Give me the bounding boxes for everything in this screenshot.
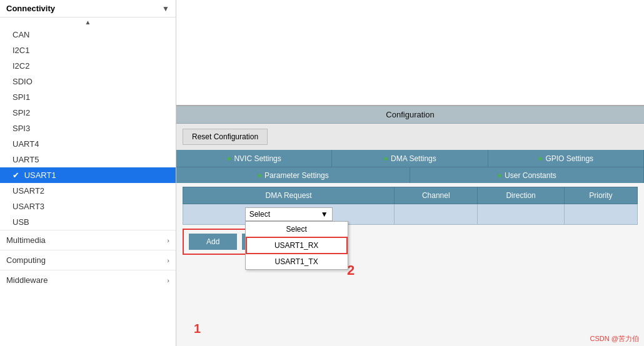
spi2-label: SPI2 xyxy=(13,108,30,117)
nvic-label: NVIC Settings xyxy=(234,154,281,163)
computing-category[interactable]: Computing › xyxy=(0,250,176,270)
user-check-icon: ● xyxy=(497,171,502,180)
main-content: Configuration Reset Configuration ● NVIC… xyxy=(176,0,644,346)
usart2-label: USART2 xyxy=(13,186,44,195)
sdio-label: SDIO xyxy=(13,77,33,86)
top-area xyxy=(176,0,644,106)
multimedia-arrow: › xyxy=(167,237,169,244)
nvic-check-icon: ● xyxy=(227,154,232,163)
sidebar-item-usart1[interactable]: ✔ USART1 xyxy=(0,167,176,183)
sidebar-item-i2c1[interactable]: I2C1 xyxy=(0,42,176,58)
tab-user-constants[interactable]: ● User Constants xyxy=(410,167,644,183)
sidebar-item-usart3[interactable]: USART3 xyxy=(0,199,176,214)
i2c1-label: I2C1 xyxy=(13,46,29,55)
connectivity-chevron: ▼ xyxy=(162,4,169,13)
sidebar-item-spi1[interactable]: SPI1 xyxy=(0,89,176,105)
uart4-label: UART4 xyxy=(13,139,39,149)
sidebar-item-uart5[interactable]: UART5 xyxy=(0,152,176,167)
priority-cell xyxy=(564,204,637,225)
select-dropdown[interactable]: Select ▼ xyxy=(245,207,333,221)
tab-gpio-settings[interactable]: ● GPIO Settings xyxy=(488,150,644,167)
select-value: Select xyxy=(249,210,270,219)
dropdown-item-usart1rx[interactable]: USART1_RX xyxy=(246,237,348,254)
sidebar-item-uart4[interactable]: UART4 xyxy=(0,136,176,152)
scroll-up-indicator: ▲ xyxy=(0,17,176,27)
watermark: CSDN @苦力伯 xyxy=(590,334,639,344)
table-row-1: Select ▼ Select USART1_RX USART1_TX xyxy=(183,204,638,225)
dropdown-item-select[interactable]: Select xyxy=(246,222,348,237)
col-channel: Channel xyxy=(395,187,478,204)
col-dma-request: DMA Request xyxy=(183,187,395,204)
sidebar-item-sdio[interactable]: SDIO xyxy=(0,74,176,89)
i2c2-label: I2C2 xyxy=(13,61,29,71)
channel-cell xyxy=(395,204,478,225)
spi3-label: SPI3 xyxy=(13,124,30,133)
add-button[interactable]: Add xyxy=(189,234,237,250)
dma-table: DMA Request Channel Direction Priority S… xyxy=(183,187,638,225)
tab-dma-settings[interactable]: ● DMA Settings xyxy=(332,150,488,167)
dma-label: DMA Settings xyxy=(391,154,436,163)
dropdown-arrow-icon: ▼ xyxy=(321,210,328,219)
connectivity-header[interactable]: Connectivity ▼ xyxy=(0,0,176,17)
sidebar-item-can[interactable]: CAN xyxy=(0,27,176,42)
col-priority: Priority xyxy=(564,187,637,204)
param-check-icon: ● xyxy=(257,171,262,180)
sidebar-item-usb[interactable]: USB xyxy=(0,214,176,230)
dropdown-item-usart1tx[interactable]: USART1_TX xyxy=(246,254,348,269)
uart5-label: UART5 xyxy=(13,155,39,164)
reset-btn-row: Reset Configuration xyxy=(176,124,644,150)
tab-nvic-settings[interactable]: ● NVIC Settings xyxy=(176,150,332,167)
dma-check-icon: ● xyxy=(383,154,388,163)
usart3-label: USART3 xyxy=(13,202,44,211)
reset-configuration-button[interactable]: Reset Configuration xyxy=(183,129,268,145)
sidebar: Connectivity ▼ ▲ CAN I2C1 I2C2 SDIO SPI1… xyxy=(0,0,176,346)
computing-label: Computing xyxy=(6,255,46,265)
middleware-arrow: › xyxy=(167,277,169,284)
sidebar-item-usart2[interactable]: USART2 xyxy=(0,183,176,199)
middleware-category[interactable]: Middleware › xyxy=(0,270,176,290)
gpio-label: GPIO Settings xyxy=(545,154,593,163)
tab-parameter-settings[interactable]: ● Parameter Settings xyxy=(176,167,410,183)
param-label: Parameter Settings xyxy=(264,171,329,180)
usart1-label: USART1 xyxy=(24,171,56,180)
tabs-row: ● NVIC Settings ● DMA Settings ● GPIO Se… xyxy=(176,150,644,167)
connectivity-label: Connectivity xyxy=(6,4,55,13)
config-panel: Configuration Reset Configuration ● NVIC… xyxy=(176,106,644,346)
tabs-row2: ● Parameter Settings ● User Constants xyxy=(176,167,644,183)
multimedia-category[interactable]: Multimedia › xyxy=(0,230,176,250)
config-title: Configuration xyxy=(176,106,644,124)
multimedia-label: Multimedia xyxy=(6,235,46,245)
user-label: User Constants xyxy=(505,171,556,180)
dma-request-cell: Select ▼ Select USART1_RX USART1_TX xyxy=(183,204,395,225)
spi1-label: SPI1 xyxy=(13,92,30,102)
dma-table-container: DMA Request Channel Direction Priority S… xyxy=(176,183,644,229)
direction-cell xyxy=(478,204,565,225)
gpio-check-icon: ● xyxy=(538,154,543,163)
col-direction: Direction xyxy=(478,187,565,204)
usb-label: USB xyxy=(13,217,29,227)
usart1-check-icon: ✔ xyxy=(13,171,19,180)
sidebar-item-i2c2[interactable]: I2C2 xyxy=(0,58,176,74)
dropdown-menu: Select USART1_RX USART1_TX xyxy=(245,221,348,270)
middleware-label: Middleware xyxy=(6,275,48,285)
annotation-label-2: 2 xyxy=(347,262,355,279)
sidebar-item-spi3[interactable]: SPI3 xyxy=(0,121,176,136)
computing-arrow: › xyxy=(167,257,169,264)
select-dropdown-wrapper: Select ▼ Select USART1_RX USART1_TX xyxy=(245,207,333,221)
annotation-label-1: 1 xyxy=(194,322,201,336)
can-label: CAN xyxy=(13,30,29,39)
sidebar-item-spi2[interactable]: SPI2 xyxy=(0,105,176,121)
